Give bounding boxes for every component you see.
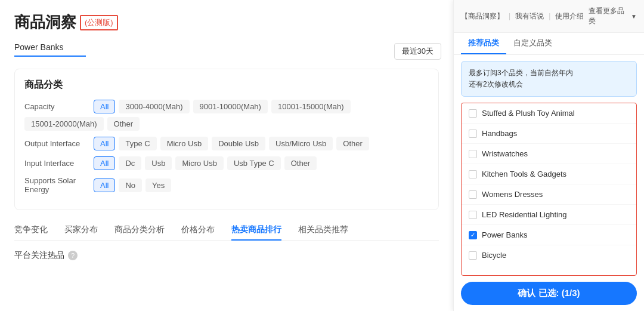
checkbox-womens-dresses[interactable] bbox=[469, 190, 477, 199]
page-title: 商品洞察 bbox=[14, 12, 76, 33]
tab-competition[interactable]: 竞争变化 bbox=[14, 224, 48, 240]
filter-section-title: 商品分类 bbox=[24, 79, 429, 91]
category-label-led: LED Residential Lighting bbox=[482, 210, 566, 219]
filter-label-output: Output Interface bbox=[24, 139, 90, 148]
tab-price[interactable]: 价格分布 bbox=[181, 224, 215, 240]
checkbox-kitchen[interactable] bbox=[469, 170, 477, 178]
tab-hot-products[interactable]: 热卖商品排行 bbox=[231, 224, 281, 240]
checkbox-bicycle[interactable] bbox=[469, 251, 477, 260]
filter-row-output: Output Interface All Type C Micro Usb Do… bbox=[24, 137, 429, 150]
panel-header: 【商品洞察】 | 我有话说 | 使用介绍 查看更多品类 ▼ bbox=[454, 0, 644, 33]
platform-section: 平台关注热品 ? bbox=[14, 250, 439, 261]
category-item-led[interactable]: LED Residential Lighting bbox=[462, 205, 636, 225]
filter-tag-capacity-9001[interactable]: 9001-10000(Mah) bbox=[193, 100, 268, 113]
category-list: Stuffed & Plush Toy Animal Handbags Wris… bbox=[461, 103, 637, 276]
panel-nav-guide[interactable]: 使用介绍 bbox=[555, 11, 584, 21]
nav-tabs: 竞争变化 买家分布 商品分类分析 价格分布 热卖商品排行 相关品类推荐 bbox=[14, 224, 439, 241]
category-label-kitchen: Kitchen Tools & Gadgets bbox=[482, 170, 566, 178]
category-label-bicycle: Bicycle bbox=[482, 251, 506, 260]
filter-tag-input-microusb[interactable]: Micro Usb bbox=[175, 156, 224, 170]
main-content: 商品洞察 (公测版) Power Banks 最近30天 商品分类 Capaci… bbox=[0, 0, 453, 311]
filter-row-solar: Supports Solar Energy All No Yes bbox=[24, 176, 429, 194]
filter-tag-solar-yes[interactable]: Yes bbox=[145, 178, 171, 192]
filter-tag-capacity-10001[interactable]: 10001-15000(Mah) bbox=[271, 100, 351, 113]
category-item-wristwatches[interactable]: Wristwatches bbox=[462, 144, 636, 164]
filter-tag-capacity-other[interactable]: Other bbox=[107, 117, 140, 131]
category-item-bicycle[interactable]: Bicycle bbox=[462, 245, 636, 265]
category-label-womens-dresses: Womens Dresses bbox=[482, 190, 543, 199]
filter-tag-capacity-all[interactable]: All bbox=[94, 100, 115, 113]
filter-tag-input-all[interactable]: All bbox=[94, 156, 115, 170]
checkbox-led[interactable] bbox=[469, 211, 477, 219]
beta-badge: (公测版) bbox=[80, 15, 118, 30]
filter-tag-capacity-15001[interactable]: 15001-20000(Mah) bbox=[24, 117, 104, 131]
panel-tabs-row: 推荐品类 自定义品类 bbox=[454, 33, 644, 55]
tab-category-analysis[interactable]: 商品分类分析 bbox=[114, 224, 165, 240]
view-more-button[interactable]: 查看更多品类 ▼ bbox=[589, 6, 637, 26]
checkbox-handbags[interactable] bbox=[469, 130, 477, 138]
info-text: 最多订阅3个品类，当前自然年内还有2次修改机会 bbox=[469, 69, 573, 88]
filter-row-capacity: Capacity All 3000-4000(Mah) 9001-10000(M… bbox=[24, 100, 429, 131]
category-label-stuffed: Stuffed & Plush Toy Animal bbox=[482, 109, 575, 118]
filter-label-input: Input Interface bbox=[24, 159, 90, 168]
platform-hot-label: 平台关注热品 bbox=[14, 250, 64, 261]
tab-recommended-category[interactable]: 推荐品类 bbox=[461, 33, 506, 54]
tab-buyer[interactable]: 买家分布 bbox=[64, 224, 98, 240]
filter-tag-solar-no[interactable]: No bbox=[119, 178, 142, 192]
info-box: 最多订阅3个品类，当前自然年内还有2次修改机会 bbox=[461, 61, 637, 97]
filter-tag-input-dc[interactable]: Dc bbox=[119, 156, 141, 170]
tab-related-categories[interactable]: 相关品类推荐 bbox=[298, 224, 348, 240]
filter-tag-output-doubleusb[interactable]: Double Usb bbox=[212, 137, 265, 150]
category-label-handbags: Handbags bbox=[482, 129, 517, 138]
filter-tag-output-all[interactable]: All bbox=[94, 137, 115, 150]
filter-tag-output-other[interactable]: Other bbox=[336, 137, 369, 150]
chevron-down-icon: ▼ bbox=[631, 13, 637, 20]
category-item-womens-dresses[interactable]: Womens Dresses bbox=[462, 184, 636, 205]
filter-section: 商品分类 Capacity All 3000-4000(Mah) 9001-10… bbox=[14, 69, 439, 210]
filter-row-input: Input Interface All Dc Usb Micro Usb Usb… bbox=[24, 156, 429, 170]
filter-tag-output-usbmicrousb[interactable]: Usb/Micro Usb bbox=[269, 137, 333, 150]
filter-tag-solar-all[interactable]: All bbox=[94, 178, 115, 192]
filter-tag-input-usb[interactable]: Usb bbox=[145, 156, 172, 170]
date-filter-button[interactable]: 最近30天 bbox=[394, 43, 441, 60]
category-item-stuffed[interactable]: Stuffed & Plush Toy Animal bbox=[462, 103, 636, 124]
tab-custom-category[interactable]: 自定义品类 bbox=[506, 33, 559, 54]
checkbox-wristwatches[interactable] bbox=[469, 150, 477, 158]
filter-label-solar: Supports Solar Energy bbox=[24, 176, 90, 194]
breadcrumb: Power Banks bbox=[14, 42, 86, 57]
panel-nav-feedback[interactable]: 我有话说 bbox=[515, 11, 544, 21]
checkbox-power-banks[interactable] bbox=[469, 231, 477, 239]
category-item-handbags[interactable]: Handbags bbox=[462, 124, 636, 144]
right-panel: 【商品洞察】 | 我有话说 | 使用介绍 查看更多品类 ▼ 推荐品类 自定义品类… bbox=[453, 0, 644, 311]
panel-nav-product-insight[interactable]: 【商品洞察】 bbox=[461, 11, 504, 21]
filter-tag-capacity-3000[interactable]: 3000-4000(Mah) bbox=[119, 100, 189, 113]
category-label-power-banks: Power Banks bbox=[482, 230, 528, 239]
category-item-power-banks[interactable]: Power Banks bbox=[462, 225, 636, 245]
help-icon[interactable]: ? bbox=[68, 251, 78, 260]
checkbox-stuffed[interactable] bbox=[469, 109, 477, 118]
filter-tag-input-usbtypec[interactable]: Usb Type C bbox=[227, 156, 281, 170]
filter-tag-input-other[interactable]: Other bbox=[284, 156, 317, 170]
filter-label-capacity: Capacity bbox=[24, 102, 90, 111]
category-label-wristwatches: Wristwatches bbox=[482, 149, 528, 158]
view-more-label: 查看更多品类 bbox=[589, 6, 630, 26]
category-item-kitchen[interactable]: Kitchen Tools & Gadgets bbox=[462, 164, 636, 184]
filter-tag-output-microusb[interactable]: Micro Usb bbox=[160, 137, 209, 150]
header-row: 商品洞察 (公测版) bbox=[14, 12, 439, 33]
filter-tag-output-typec[interactable]: Type C bbox=[119, 137, 156, 150]
breadcrumb-text: Power Banks bbox=[14, 42, 63, 52]
confirm-button[interactable]: 确认 已选: (1/3) bbox=[461, 282, 637, 305]
